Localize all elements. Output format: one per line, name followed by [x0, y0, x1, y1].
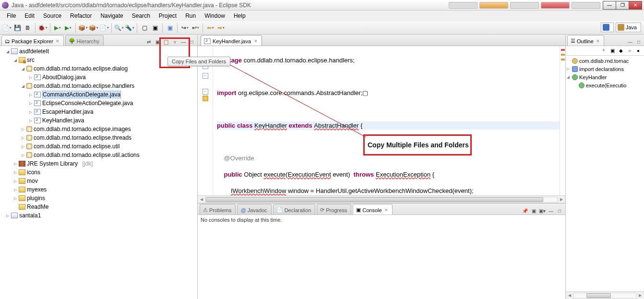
- outline-hscrollbar[interactable]: ◀▶: [566, 291, 644, 299]
- tree-label-selected[interactable]: CommandActionDelegate.java: [42, 91, 121, 98]
- new-package-button[interactable]: 📦: [78, 23, 88, 33]
- overview-ruler[interactable]: [560, 46, 565, 195]
- tab-package-explorer[interactable]: 🗂Package Explorer✕: [1, 35, 64, 46]
- maximize-view-button[interactable]: □: [635, 38, 643, 46]
- tree-label[interactable]: com.ddlab.rnd.tornado.eclipse.dialog: [34, 65, 128, 72]
- tree-label[interactable]: AboutDialog.java: [42, 74, 86, 81]
- menu-search[interactable]: Search: [128, 12, 154, 20]
- toggle-block-button[interactable]: ▣: [150, 23, 160, 33]
- next-annotation-button[interactable]: ↪: [180, 23, 190, 33]
- menu-refactor[interactable]: Refactor: [66, 12, 95, 20]
- pin-console-button[interactable]: 📌: [521, 207, 529, 215]
- menu-file[interactable]: File: [3, 12, 20, 20]
- open-type-button[interactable]: 🔍: [114, 23, 124, 33]
- display-console-button[interactable]: ▣: [530, 207, 537, 215]
- close-icon[interactable]: ✕: [254, 39, 258, 44]
- code-editor[interactable]: + − − package com.ddlab.rnd.tornado.ecli…: [198, 46, 565, 195]
- view-menu-button[interactable]: ▿: [171, 38, 179, 46]
- tab-declaration[interactable]: 📄Declaration: [273, 204, 316, 215]
- new-type-button[interactable]: 📄: [99, 23, 109, 33]
- bg-tab[interactable]: [541, 2, 570, 9]
- minimize-view-button[interactable]: —: [547, 207, 555, 215]
- maximize-view-button[interactable]: □: [556, 207, 563, 215]
- outline-label[interactable]: com.ddlab.rnd.tornac: [579, 58, 629, 64]
- tab-console[interactable]: ▣Console✕: [353, 204, 392, 215]
- bg-tab[interactable]: [510, 2, 539, 9]
- menu-source[interactable]: Source: [39, 12, 65, 20]
- search-button[interactable]: 🔦: [125, 23, 134, 33]
- tree-label[interactable]: KeyHandler.java: [42, 117, 84, 124]
- bg-tab[interactable]: [479, 2, 508, 9]
- new-class-button[interactable]: 📦: [89, 23, 98, 33]
- warning-icon[interactable]: [203, 96, 208, 101]
- tree-label[interactable]: myexes: [27, 186, 47, 193]
- tree-label[interactable]: EscapeHandler.java: [42, 108, 94, 115]
- tree-label[interactable]: santala1: [19, 212, 41, 219]
- menu-navigate[interactable]: Navigate: [96, 12, 127, 20]
- hide-fields-button[interactable]: ▣: [608, 47, 616, 55]
- hide-local-button[interactable]: ●: [634, 47, 642, 55]
- tree-label[interactable]: ReadMe: [27, 203, 48, 210]
- outline-tree[interactable]: com.ddlab.rnd.tornac ▷import declaration…: [566, 56, 644, 175]
- close-button[interactable]: ✕: [629, 1, 642, 10]
- link-with-editor-button[interactable]: ⇄: [145, 38, 153, 46]
- pin-editor-button[interactable]: ▣: [165, 23, 175, 33]
- tree-label[interactable]: com.ddlab.rnd.tornado.eclipse.images: [34, 126, 131, 132]
- menu-help[interactable]: Help: [230, 12, 250, 20]
- tree-label[interactable]: com.ddlab.rnd.tornado.eclipse.util: [34, 143, 119, 150]
- tree-label[interactable]: com.ddlab.rnd.tornado.eclipse.handlers: [34, 83, 134, 89]
- back-button[interactable]: ⬅: [205, 23, 215, 33]
- code-area[interactable]: package com.ddlab.rnd.tornado.eclipse.ha…: [213, 46, 565, 195]
- prev-annotation-button[interactable]: ↩: [191, 23, 200, 33]
- tree-label[interactable]: asdfdeleteIt: [19, 48, 49, 55]
- menu-window[interactable]: Window: [201, 12, 229, 20]
- tab-outline[interactable]: ☰Outline✕: [567, 35, 604, 46]
- editor-gutter[interactable]: + − −: [198, 46, 213, 195]
- java-perspective-button[interactable]: Java: [616, 23, 641, 32]
- copy-files-folders-button[interactable]: 📋: [162, 38, 170, 46]
- minimize-button[interactable]: —: [603, 1, 616, 10]
- sort-button[interactable]: ᵃ: [600, 47, 608, 55]
- tree-label[interactable]: plugins: [27, 195, 45, 202]
- open-console-dropdown[interactable]: ▣▾: [538, 207, 546, 215]
- fold-collapse-icon[interactable]: −: [203, 73, 208, 79]
- toggle-mark-button[interactable]: ▢: [140, 23, 149, 33]
- open-perspective-button[interactable]: [601, 23, 614, 32]
- tree-label[interactable]: icons: [27, 169, 40, 176]
- save-button[interactable]: 💾: [12, 23, 22, 33]
- editor-tab-keyhandler[interactable]: KeyHandler.java✕: [201, 35, 262, 46]
- tree-label[interactable]: com.ddlab.rnd.tornado.eclipse.threads: [34, 134, 131, 141]
- outline-label[interactable]: execute(Executio: [586, 83, 626, 88]
- close-icon[interactable]: ✕: [596, 39, 600, 44]
- tab-javadoc[interactable]: @Javadoc: [237, 204, 271, 215]
- outline-label[interactable]: KeyHandler: [579, 74, 607, 80]
- new-button[interactable]: 📄: [2, 23, 12, 33]
- forward-button[interactable]: ➡: [216, 23, 226, 33]
- tree-label[interactable]: EclipseConsoleActionDelegate.java: [42, 100, 133, 107]
- package-explorer-tree[interactable]: ◢asdfdeleteIt ◢src ◢com.ddlab.rnd.tornad…: [0, 46, 197, 299]
- run-button[interactable]: ▶: [53, 23, 62, 33]
- hide-nonpublic-button[interactable]: ○: [626, 47, 633, 55]
- tab-problems[interactable]: ⚠Problems: [200, 204, 236, 215]
- collapse-all-button[interactable]: ▣: [154, 38, 161, 46]
- outline-label[interactable]: import declarations: [579, 66, 624, 72]
- maximize-button[interactable]: ❐: [616, 1, 629, 10]
- hide-static-button[interactable]: ◆: [617, 47, 625, 55]
- fold-collapse-icon[interactable]: −: [203, 89, 208, 95]
- tab-hierarchy[interactable]: 🌳Hierarchy: [65, 35, 104, 46]
- minimize-view-button[interactable]: —: [626, 38, 634, 46]
- minimize-view-button[interactable]: —: [179, 38, 187, 46]
- tree-label[interactable]: mov: [27, 178, 38, 184]
- save-all-button[interactable]: 🗎: [23, 23, 33, 33]
- bg-tab[interactable]: [572, 2, 600, 9]
- tree-label[interactable]: com.ddlab.rnd.tornado.eclipse.util.actio…: [34, 152, 140, 158]
- bg-tab[interactable]: [449, 2, 477, 9]
- tab-progress[interactable]: ⟳Progress: [317, 204, 351, 215]
- menu-project[interactable]: Project: [155, 12, 180, 20]
- editor-hscrollbar[interactable]: ◀▶: [198, 195, 565, 203]
- debug-button[interactable]: 🐞: [38, 23, 48, 33]
- close-icon[interactable]: ✕: [56, 39, 60, 44]
- tree-label[interactable]: src: [27, 57, 35, 63]
- run-last-button[interactable]: ▶: [63, 23, 73, 33]
- close-icon[interactable]: ✕: [384, 208, 388, 213]
